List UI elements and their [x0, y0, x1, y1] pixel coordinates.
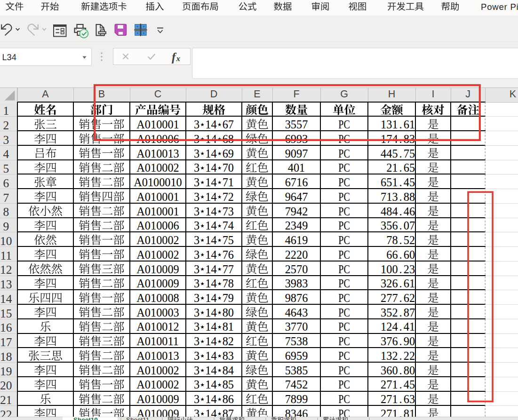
svg-text:A010009: A010009 [136, 277, 179, 290]
svg-text:PC: PC [338, 393, 350, 405]
svg-text:3: 3 [194, 133, 199, 145]
svg-text:A010001: A010001 [136, 118, 179, 131]
svg-text:PC: PC [338, 234, 350, 246]
svg-text:.: . [399, 161, 402, 174]
svg-text:4: 4 [381, 147, 386, 160]
svg-text:8: 8 [409, 190, 415, 203]
svg-text:PC: PC [338, 205, 350, 218]
svg-text:3: 3 [392, 190, 398, 203]
svg-text:7: 7 [386, 234, 392, 246]
svg-text:16: 16 [0, 321, 12, 334]
svg-text:0: 0 [409, 364, 415, 377]
svg-text:3: 3 [194, 335, 199, 348]
svg-text:11: 11 [0, 249, 12, 262]
svg-text:1: 1 [3, 104, 9, 118]
svg-text:4: 4 [3, 147, 9, 161]
svg-text:14: 14 [205, 277, 216, 290]
svg-text:8: 8 [404, 364, 409, 377]
svg-text:1: 1 [392, 393, 398, 405]
svg-text:76: 76 [223, 248, 234, 261]
svg-text:8: 8 [404, 133, 409, 145]
svg-text:.: . [399, 292, 402, 304]
svg-text:7538: 7538 [285, 335, 308, 348]
svg-text:5385: 5385 [285, 364, 308, 377]
svg-text:1: 1 [409, 277, 415, 290]
svg-text:4619: 4619 [285, 234, 308, 246]
svg-text:4: 4 [381, 205, 386, 218]
svg-text:2: 2 [386, 277, 392, 290]
svg-text:0: 0 [404, 219, 409, 232]
svg-text:14: 14 [205, 335, 216, 348]
svg-text:A010001: A010001 [136, 205, 179, 218]
svg-text:3: 3 [381, 364, 386, 377]
svg-text:1: 1 [392, 118, 398, 131]
svg-text:1: 1 [392, 161, 398, 174]
svg-text:A010013: A010013 [136, 349, 179, 362]
svg-text:3: 3 [3, 133, 9, 147]
svg-text:4: 4 [392, 320, 398, 333]
svg-text:2: 2 [392, 349, 398, 362]
svg-text:.: . [399, 320, 402, 333]
svg-text:2: 2 [386, 161, 392, 174]
svg-text:8: 8 [386, 205, 392, 218]
svg-text:70: 70 [223, 161, 234, 174]
svg-text:6: 6 [392, 248, 398, 261]
svg-text:3983: 3983 [285, 277, 308, 290]
svg-text:2349: 2349 [285, 219, 308, 232]
svg-text:.: . [399, 335, 402, 348]
svg-text:85: 85 [223, 378, 234, 391]
svg-text:.: . [399, 118, 402, 131]
svg-text:A010008: A010008 [136, 292, 179, 304]
svg-text:79: 79 [223, 292, 234, 304]
svg-text:3: 3 [386, 118, 392, 131]
svg-text:A010002: A010002 [136, 234, 179, 246]
svg-text:5: 5 [409, 176, 415, 189]
svg-text:20: 20 [0, 379, 12, 392]
svg-text:A010002: A010002 [136, 364, 179, 377]
svg-text:1: 1 [409, 118, 415, 131]
svg-text:1: 1 [381, 118, 386, 131]
svg-text:7: 7 [386, 133, 392, 145]
svg-text:2: 2 [386, 320, 392, 333]
svg-text:13: 13 [0, 277, 12, 291]
svg-text:.: . [399, 306, 402, 319]
svg-text:6959: 6959 [285, 349, 308, 362]
svg-text:3: 3 [194, 147, 199, 160]
svg-text:A010011: A010011 [136, 335, 179, 348]
svg-text:6716: 6716 [285, 176, 308, 189]
svg-text:PC: PC [338, 161, 350, 174]
svg-text:A010009: A010009 [136, 393, 179, 405]
svg-text:5: 5 [409, 161, 415, 174]
svg-text:2: 2 [409, 292, 415, 304]
svg-text:401: 401 [288, 161, 305, 174]
svg-text:.: . [399, 234, 402, 246]
svg-text:19: 19 [0, 365, 12, 378]
svg-text:D: D [210, 88, 218, 100]
svg-text:3: 3 [386, 349, 392, 362]
svg-text:.: . [399, 393, 402, 405]
svg-text:A0100010: A0100010 [134, 176, 182, 189]
svg-text:14: 14 [205, 205, 216, 218]
svg-text:Power Pi: Power Pi [481, 2, 518, 12]
svg-text:14: 14 [205, 133, 216, 145]
svg-text:6: 6 [404, 248, 409, 261]
svg-text:6: 6 [392, 335, 398, 348]
svg-text:6: 6 [404, 118, 409, 131]
svg-text:9: 9 [3, 220, 9, 233]
svg-text:PC: PC [338, 277, 350, 290]
svg-text:A010002: A010002 [136, 161, 179, 174]
svg-text:3: 3 [194, 248, 199, 261]
svg-text:3: 3 [194, 364, 199, 377]
svg-text:3: 3 [194, 190, 199, 203]
svg-text:14: 14 [205, 320, 216, 333]
svg-text:F: F [293, 88, 299, 100]
svg-text:5: 5 [392, 147, 398, 160]
svg-text:7: 7 [386, 378, 392, 391]
svg-text:x: x [176, 54, 181, 63]
svg-text:4: 4 [404, 205, 409, 218]
svg-text:7899: 7899 [285, 393, 308, 405]
svg-text:1: 1 [381, 133, 386, 145]
svg-text:4643: 4643 [285, 306, 308, 319]
svg-text:6: 6 [386, 364, 392, 377]
svg-text:.: . [399, 219, 402, 232]
